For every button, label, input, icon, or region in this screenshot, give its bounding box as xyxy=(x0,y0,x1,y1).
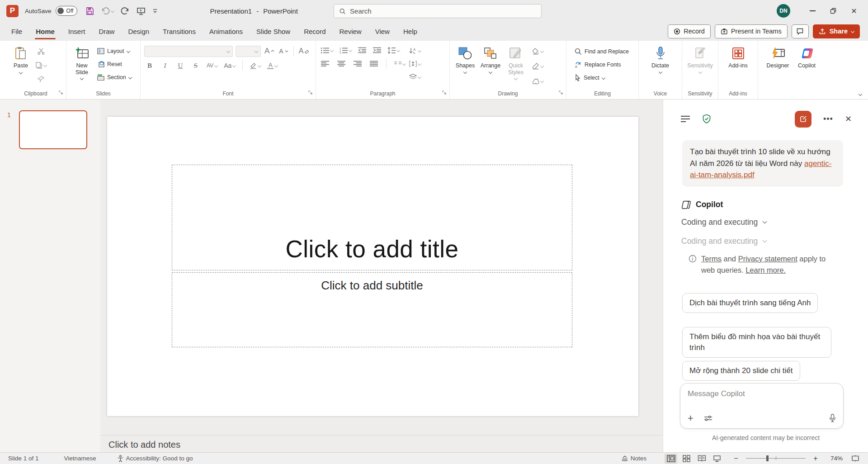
decrease-indent-button[interactable] xyxy=(357,45,368,56)
suggestion-chip[interactable]: Mở rộng thành 20 slide chi tiết xyxy=(682,361,800,381)
notes-divider[interactable] xyxy=(100,435,663,436)
font-name-combobox[interactable] xyxy=(144,46,233,57)
status-coding-executing-1[interactable]: Coding and executing xyxy=(681,218,766,227)
notes-placeholder[interactable]: Click to add notes xyxy=(108,440,180,450)
minimize-button[interactable] xyxy=(802,0,823,21)
new-slide-button[interactable]: New Slide xyxy=(70,44,94,80)
replace-fonts-button[interactable]: AA Replace Fonts xyxy=(573,59,631,70)
search-box[interactable] xyxy=(334,4,542,18)
accessibility-status[interactable]: Accessibility: Good to go xyxy=(111,453,199,464)
slide-thumbnail[interactable] xyxy=(19,110,87,149)
tab-draw[interactable]: Draw xyxy=(92,22,121,41)
avatar[interactable]: DN xyxy=(777,4,790,18)
normal-view-button[interactable] xyxy=(665,454,677,464)
options-button[interactable] xyxy=(703,415,712,422)
tab-animations[interactable]: Animations xyxy=(203,22,250,41)
learn-more-link[interactable]: Learn more. xyxy=(745,266,786,274)
record-button[interactable]: Record xyxy=(668,24,711,38)
subtitle-placeholder[interactable]: Click to add subtitle xyxy=(172,272,572,347)
underline-button[interactable]: U xyxy=(175,60,186,71)
close-pane-button[interactable]: ✕ xyxy=(845,114,852,124)
sensitivity-button[interactable]: Sensitivity xyxy=(686,44,714,74)
shape-outline-button[interactable] xyxy=(531,61,544,71)
tab-file[interactable]: File xyxy=(5,22,29,41)
slide-count[interactable]: Slide 1 of 1 xyxy=(6,453,45,464)
grow-font-button[interactable]: A xyxy=(264,46,275,57)
search-input[interactable] xyxy=(350,7,536,15)
voice-input-button[interactable] xyxy=(829,414,836,422)
title-placeholder[interactable]: Click to add title xyxy=(172,165,572,270)
layout-button[interactable]: Layout xyxy=(95,46,133,56)
character-spacing-button[interactable]: AV xyxy=(206,60,218,71)
bullets-button[interactable] xyxy=(320,45,334,56)
tab-help[interactable]: Help xyxy=(396,22,424,41)
new-chat-button[interactable] xyxy=(795,111,811,128)
tab-slide-show[interactable]: Slide Show xyxy=(250,22,297,41)
slide-sorter-view-button[interactable] xyxy=(680,454,693,464)
addins-button[interactable]: Add-ins xyxy=(726,44,750,70)
tab-review[interactable]: Review xyxy=(333,22,368,41)
find-replace-button[interactable]: Find and Replace xyxy=(573,46,631,57)
convert-to-smartart-button[interactable] xyxy=(408,71,422,82)
align-text-button[interactable] xyxy=(408,58,422,69)
reading-view-button[interactable] xyxy=(695,454,708,464)
present-in-teams-button[interactable]: Present in Teams xyxy=(715,24,788,38)
italic-button[interactable]: I xyxy=(160,60,170,71)
shape-effects-button[interactable] xyxy=(531,76,544,86)
privacy-link[interactable]: Privacy statement xyxy=(738,255,797,263)
zoom-out-button[interactable]: − xyxy=(732,455,740,463)
zoom-slider[interactable] xyxy=(746,458,806,459)
tab-transitions[interactable]: Transitions xyxy=(156,22,203,41)
zoom-slider-thumb[interactable] xyxy=(766,455,769,461)
copilot-input-box[interactable]: + xyxy=(680,383,844,429)
font-size-combobox[interactable] xyxy=(236,46,261,57)
reset-button[interactable]: Reset xyxy=(95,59,133,69)
tab-view[interactable]: View xyxy=(368,22,396,41)
designer-button[interactable]: Designer xyxy=(765,44,790,70)
comments-button[interactable] xyxy=(792,24,809,38)
text-direction-button[interactable]: A xyxy=(408,45,422,56)
align-left-button[interactable] xyxy=(320,58,330,69)
align-center-button[interactable] xyxy=(336,58,347,69)
dictate-button[interactable]: Dictate xyxy=(649,44,672,74)
share-button[interactable]: Share xyxy=(813,24,860,38)
strikethrough-button[interactable]: S xyxy=(190,60,201,71)
shape-fill-button[interactable] xyxy=(531,46,544,57)
tab-insert[interactable]: Insert xyxy=(61,22,92,41)
bold-button[interactable]: B xyxy=(144,60,155,71)
suggestion-chip[interactable]: Dịch bài thuyết trình sang tiếng Anh xyxy=(682,293,818,313)
redo-button[interactable] xyxy=(121,7,130,15)
section-button[interactable]: Section xyxy=(95,72,133,82)
font-dialog-launcher[interactable] xyxy=(308,90,313,95)
quick-styles-button[interactable]: Quick Styles xyxy=(504,44,528,80)
terms-link[interactable]: Terms xyxy=(701,255,722,263)
copilot-button[interactable]: Copilot xyxy=(795,44,819,70)
protected-button[interactable] xyxy=(702,114,711,124)
start-slideshow-button[interactable] xyxy=(137,7,146,15)
justify-button[interactable] xyxy=(368,58,379,69)
tab-home[interactable]: Home xyxy=(29,22,61,41)
select-button[interactable]: Select xyxy=(573,72,631,83)
suggestion-chip[interactable]: Thêm biểu đồ minh họa vào bài thuyết trì… xyxy=(682,327,831,358)
line-spacing-button[interactable] xyxy=(387,45,401,56)
status-coding-executing-2[interactable]: Coding and executing xyxy=(681,237,766,246)
collapse-ribbon-button[interactable] xyxy=(859,92,862,96)
font-color-button[interactable]: A xyxy=(266,60,278,71)
chat-list-button[interactable] xyxy=(680,115,690,123)
autosave-toggle[interactable]: Off xyxy=(56,6,77,16)
customize-qat-button[interactable] xyxy=(152,8,158,14)
slideshow-view-button[interactable] xyxy=(711,454,723,464)
zoom-level[interactable]: 74% xyxy=(824,455,843,462)
slide-canvas[interactable]: Click to add title Click to add subtitle xyxy=(107,117,638,416)
paste-button[interactable]: Paste xyxy=(9,44,33,75)
clipboard-dialog-launcher[interactable] xyxy=(58,90,63,95)
copilot-message-input[interactable] xyxy=(688,389,836,398)
save-button[interactable] xyxy=(85,7,94,15)
add-attachment-button[interactable]: + xyxy=(688,414,693,422)
cut-button[interactable] xyxy=(34,46,47,57)
zoom-in-button[interactable]: + xyxy=(812,455,819,463)
fit-slide-button[interactable] xyxy=(849,454,862,464)
more-options-button[interactable]: ••• xyxy=(823,114,833,124)
drawing-dialog-launcher[interactable] xyxy=(558,90,563,95)
powerpoint-logo-icon[interactable]: P xyxy=(6,5,19,17)
